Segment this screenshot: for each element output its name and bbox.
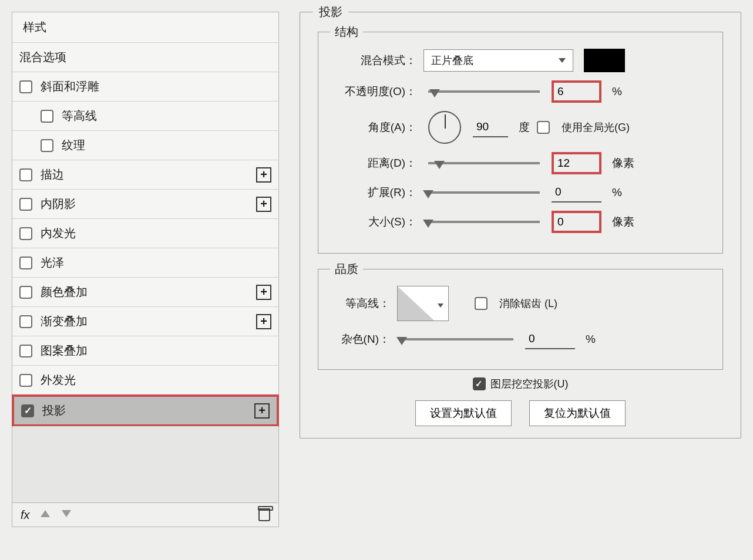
style-row-4[interactable]: 内阴影+: [12, 190, 278, 219]
style-checkbox[interactable]: [19, 168, 32, 181]
styles-panel: 样式 混合选项 斜面和浮雕等高线纹理描边+内阴影+内发光光泽颜色叠加+渐变叠加+…: [12, 12, 279, 527]
style-label: 描边: [41, 167, 256, 183]
antialias-label: 消除锯齿 (L): [499, 296, 557, 311]
fx-label[interactable]: fx: [21, 508, 30, 522]
spread-slider[interactable]: [428, 191, 540, 194]
global-light-checkbox[interactable]: [537, 121, 550, 134]
global-light-label: 使用全局光(G): [562, 120, 630, 134]
structure-legend: 结构: [330, 24, 363, 40]
size-slider[interactable]: [428, 221, 540, 223]
style-label: 颜色叠加: [41, 284, 256, 300]
spread-unit: %: [612, 186, 622, 199]
style-row-9[interactable]: 图案叠加: [12, 336, 278, 366]
quality-fieldset: 品质 等高线： 消除锯齿 (L) 杂色(N)： %: [318, 269, 723, 370]
style-label: 内发光: [41, 225, 271, 241]
noise-slider[interactable]: [402, 338, 513, 340]
drop-shadow-fieldset: 投影 结构 混合模式： 正片叠底 不透明度(O)： % 角: [300, 12, 741, 438]
add-effect-icon[interactable]: +: [256, 197, 271, 212]
style-label: 渐变叠加: [41, 313, 256, 329]
style-checkbox[interactable]: [19, 286, 32, 299]
style-row-5[interactable]: 内发光: [12, 219, 278, 248]
knockout-checkbox[interactable]: [473, 377, 486, 390]
style-row-0[interactable]: 斜面和浮雕: [12, 72, 278, 102]
styles-header: 样式: [12, 12, 278, 43]
trash-icon[interactable]: [258, 508, 270, 521]
angle-dial[interactable]: [428, 111, 461, 144]
style-checkbox[interactable]: [19, 315, 32, 328]
style-checkbox[interactable]: [21, 404, 34, 417]
opacity-unit: %: [612, 85, 622, 98]
styles-bottom-bar: fx: [12, 502, 278, 527]
size-input[interactable]: [552, 211, 601, 233]
add-effect-icon[interactable]: +: [256, 167, 271, 183]
style-checkbox[interactable]: [19, 80, 32, 93]
style-row-3[interactable]: 描边+: [12, 160, 278, 190]
blend-mode-label: 混合模式：: [331, 53, 416, 68]
style-checkbox[interactable]: [19, 257, 32, 269]
style-row-6[interactable]: 光泽: [12, 248, 278, 278]
move-down-button[interactable]: [62, 508, 76, 522]
style-checkbox[interactable]: [19, 198, 32, 211]
opacity-label: 不透明度(O)：: [331, 84, 416, 99]
style-row-7[interactable]: 颜色叠加+: [12, 278, 278, 307]
style-label: 纹理: [62, 137, 271, 153]
opacity-input[interactable]: [552, 80, 601, 103]
blend-mode-value: 正片叠底: [431, 53, 473, 68]
spread-label: 扩展(R)：: [331, 185, 416, 200]
style-label: 等高线: [62, 108, 271, 124]
effect-settings-panel: 投影 结构 混合模式： 正片叠底 不透明度(O)： % 角: [300, 12, 741, 527]
antialias-checkbox[interactable]: [475, 297, 488, 310]
opacity-slider[interactable]: [428, 90, 540, 93]
style-row-8[interactable]: 渐变叠加+: [12, 307, 278, 336]
reset-default-button[interactable]: 复位为默认值: [529, 400, 626, 426]
noise-unit: %: [586, 333, 596, 346]
style-checkbox[interactable]: [41, 139, 53, 152]
style-row-1[interactable]: 等高线: [12, 102, 278, 131]
quality-legend: 品质: [330, 261, 363, 277]
distance-label: 距离(D)：: [331, 156, 416, 171]
style-label: 内阴影: [41, 196, 256, 212]
styles-empty-area: [12, 426, 278, 502]
angle-unit: 度: [519, 120, 530, 135]
distance-input[interactable]: [552, 152, 601, 174]
noise-input[interactable]: [525, 329, 575, 349]
add-effect-icon[interactable]: +: [256, 285, 271, 300]
spread-input[interactable]: [552, 183, 601, 203]
blend-mode-dropdown[interactable]: 正片叠底: [423, 49, 573, 72]
style-checkbox[interactable]: [19, 345, 32, 357]
style-checkbox[interactable]: [19, 227, 32, 240]
style-row-2[interactable]: 纹理: [12, 131, 278, 160]
style-label: 图案叠加: [41, 343, 271, 359]
style-checkbox[interactable]: [19, 374, 32, 387]
distance-unit: 像素: [612, 156, 634, 171]
noise-label: 杂色(N)：: [331, 332, 390, 347]
size-label: 大小(S)：: [331, 214, 416, 230]
angle-label: 角度(A)：: [331, 120, 416, 135]
style-checkbox[interactable]: [41, 110, 53, 123]
move-up-button[interactable]: [41, 508, 55, 522]
style-label: 斜面和浮雕: [41, 79, 271, 95]
size-unit: 像素: [612, 214, 634, 230]
style-label: 光泽: [41, 255, 271, 271]
contour-picker[interactable]: [397, 286, 449, 321]
distance-slider[interactable]: [428, 162, 540, 164]
angle-input[interactable]: [473, 117, 508, 137]
set-default-button[interactable]: 设置为默认值: [415, 400, 512, 426]
knockout-label: 图层挖空投影(U): [490, 377, 569, 391]
structure-fieldset: 结构 混合模式： 正片叠底 不透明度(O)： % 角度(A)：: [318, 32, 723, 254]
style-row-10[interactable]: 外发光: [12, 366, 278, 395]
add-effect-icon[interactable]: +: [256, 314, 271, 329]
add-effect-icon[interactable]: +: [254, 403, 270, 419]
blending-options-label: 混合选项: [19, 49, 271, 65]
style-label: 外发光: [41, 372, 271, 388]
style-label: 投影: [42, 403, 254, 419]
shadow-color-swatch[interactable]: [584, 49, 625, 72]
style-row-11[interactable]: 投影+: [12, 394, 279, 427]
drop-shadow-legend: 投影: [313, 4, 348, 20]
blending-options-row[interactable]: 混合选项: [12, 43, 278, 72]
contour-label: 等高线：: [331, 296, 390, 311]
